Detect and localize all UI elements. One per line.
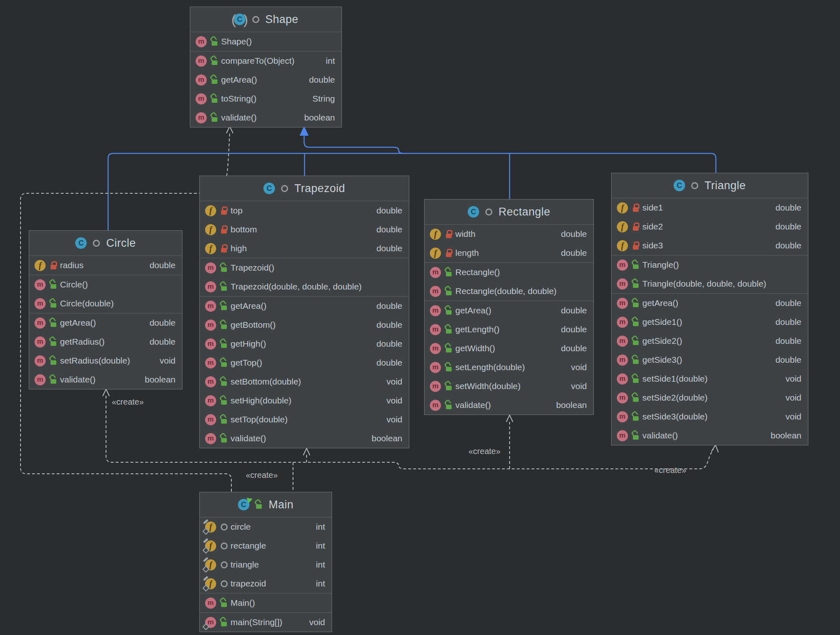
method-icon: m <box>196 36 207 47</box>
method-icon: m <box>617 392 628 403</box>
class-title: Triangle <box>704 179 746 192</box>
member-row-gettop[interactable]: m getTop() double <box>200 353 409 372</box>
member-row-rectangle[interactable]: f rectangle int <box>200 536 332 555</box>
member-row-tostring[interactable]: m toString() String <box>190 89 342 108</box>
member-type: int <box>306 522 325 532</box>
member-row-setside3double[interactable]: m setSide3(double) void <box>612 407 808 426</box>
method-icon: m <box>205 320 216 331</box>
member-row-validate[interactable]: m validate() boolean <box>29 370 182 389</box>
member-row-shape[interactable]: m Shape() <box>190 32 342 51</box>
member-row-getwidth[interactable]: m getWidth() double <box>425 339 593 358</box>
class-header: C Rectangle <box>425 199 593 225</box>
member-type: double <box>299 75 335 85</box>
member-row-validate[interactable]: m validate() boolean <box>190 108 342 127</box>
member-row-getside1[interactable]: m getSide1() double <box>612 313 808 331</box>
dependency-arrowhead-rectangle-icon <box>506 415 513 422</box>
member-row-top[interactable]: f top double <box>200 201 409 220</box>
member-row-getside2[interactable]: m getSide2() double <box>612 331 808 350</box>
class-node-triangle[interactable]: C Triangle f side1 double f side2 double… <box>611 173 808 445</box>
member-row-getarea[interactable]: m getArea() double <box>190 70 342 89</box>
member-row-getarea[interactable]: m getArea() double <box>200 297 409 315</box>
member-type: double <box>766 298 801 308</box>
abstract-class-icon: (C) <box>233 14 246 25</box>
member-type: double <box>766 336 801 346</box>
member-name: setSide1(double) <box>642 374 708 384</box>
member-row-triangle[interactable]: f triangle int <box>200 555 332 574</box>
class-title: Shape <box>265 13 299 26</box>
member-row-setside1double[interactable]: m setSide1(double) void <box>612 369 808 388</box>
member-name: setHigh(double) <box>231 396 291 406</box>
member-row-triangle[interactable]: m Triangle() <box>612 255 808 274</box>
lock-open-icon <box>632 394 639 402</box>
member-row-side3[interactable]: f side3 double <box>612 236 808 255</box>
class-node-rectangle[interactable]: C Rectangle f width double f length doub… <box>424 199 594 415</box>
member-name: setSide2(double) <box>642 393 708 403</box>
member-row-rectangledoubledouble[interactable]: m Rectangle(double, double) <box>425 282 593 301</box>
member-row-rectangle[interactable]: m Rectangle() <box>425 263 593 282</box>
member-row-comparetoobject[interactable]: m compareTo(Object) int <box>190 51 342 70</box>
member-type: boolean <box>135 375 175 385</box>
member-row-setside2double[interactable]: m setSide2(double) void <box>612 388 808 407</box>
member-row-getarea[interactable]: m getArea() double <box>29 313 182 332</box>
member-row-setradiusdouble[interactable]: m setRadius(double) void <box>29 351 182 370</box>
member-row-trapezoiddoubledoubledouble[interactable]: m Trapezoid(double, double, double) <box>200 277 409 296</box>
member-type: double <box>551 229 587 239</box>
member-row-sethighdouble[interactable]: m setHigh(double) void <box>200 391 409 410</box>
member-name: triangle <box>231 560 259 570</box>
member-type: void <box>561 362 587 372</box>
class-node-shape[interactable]: (C) Shape m Shape() m compareTo(Object) … <box>190 7 342 127</box>
member-row-settopdouble[interactable]: m setTop(double) void <box>200 410 409 429</box>
class-node-main[interactable]: C Main f circle int f rectangle int f tr… <box>199 492 332 632</box>
lock-open-icon <box>632 261 639 269</box>
member-row-main[interactable]: m Main() <box>200 593 332 612</box>
member-row-validate[interactable]: m validate() boolean <box>612 426 808 445</box>
member-row-high[interactable]: f high double <box>200 239 409 258</box>
member-row-circle[interactable]: m Circle() <box>29 275 182 294</box>
lock-open-icon <box>445 306 452 315</box>
member-row-side1[interactable]: f side1 double <box>612 198 808 217</box>
member-row-getbottom[interactable]: m getBottom() double <box>200 315 409 334</box>
member-row-getarea[interactable]: m getArea() double <box>425 301 593 320</box>
method-icon: m <box>196 74 207 86</box>
member-row-triangledoubledoubledouble[interactable]: m Triangle(double, double, double) <box>612 274 808 293</box>
member-row-bottom[interactable]: f bottom double <box>200 220 409 239</box>
member-row-validate[interactable]: m validate() boolean <box>200 429 409 448</box>
member-name: validate() <box>231 433 266 443</box>
member-row-gethigh[interactable]: m getHigh() double <box>200 334 409 353</box>
member-type: int <box>306 579 325 589</box>
class-node-trapezoid[interactable]: C Trapezoid f top double f bottom double… <box>199 176 409 448</box>
member-name: getSide1() <box>642 317 682 327</box>
field-icon: f <box>617 240 628 251</box>
member-name: trapezoid <box>231 579 266 589</box>
member-row-trapezoid[interactable]: f trapezoid int <box>200 574 332 593</box>
member-row-setbottomdouble[interactable]: m setBottom(double) void <box>200 372 409 391</box>
lock-closed-icon <box>221 244 228 253</box>
member-row-setwidthdouble[interactable]: m setWidth(double) void <box>425 377 593 396</box>
member-name: toString() <box>221 94 256 104</box>
member-row-length[interactable]: f length double <box>425 243 593 262</box>
member-row-trapezoid[interactable]: m Trapezoid() <box>200 258 409 277</box>
field-icon: f <box>430 248 441 259</box>
member-name: setBottom(double) <box>231 377 301 387</box>
member-row-circle[interactable]: f circle int <box>200 517 332 536</box>
class-node-circle[interactable]: C Circle f radius double m Circle() m Ci… <box>29 230 182 389</box>
member-row-getside3[interactable]: m getSide3() double <box>612 350 808 369</box>
member-row-setlengthdouble[interactable]: m setLength(double) void <box>425 358 593 377</box>
member-row-getarea[interactable]: m getArea() double <box>612 294 808 313</box>
method-icon: m <box>205 414 216 425</box>
member-type: double <box>367 320 402 330</box>
member-row-side2[interactable]: f side2 double <box>612 217 808 236</box>
member-row-width[interactable]: f width double <box>425 225 593 243</box>
dependency-arrowhead-circle-icon <box>103 389 109 396</box>
member-row-getradius[interactable]: m getRadius() double <box>29 332 182 351</box>
class-header: (C) Shape <box>190 7 342 32</box>
member-row-circledouble[interactable]: m Circle(double) <box>29 294 182 313</box>
member-row-getlength[interactable]: m getLength() double <box>425 320 593 339</box>
compartment: m Circle() m Circle(double) <box>29 275 182 313</box>
member-type: void <box>775 412 801 422</box>
member-row-mainstring[interactable]: m main(String[]) void <box>200 613 332 632</box>
compartment: m Triangle() m Triangle(double, double, … <box>612 255 808 293</box>
member-row-validate[interactable]: m validate() boolean <box>425 396 593 415</box>
member-row-radius[interactable]: f radius double <box>29 256 182 275</box>
class-header: C Triangle <box>612 173 808 198</box>
